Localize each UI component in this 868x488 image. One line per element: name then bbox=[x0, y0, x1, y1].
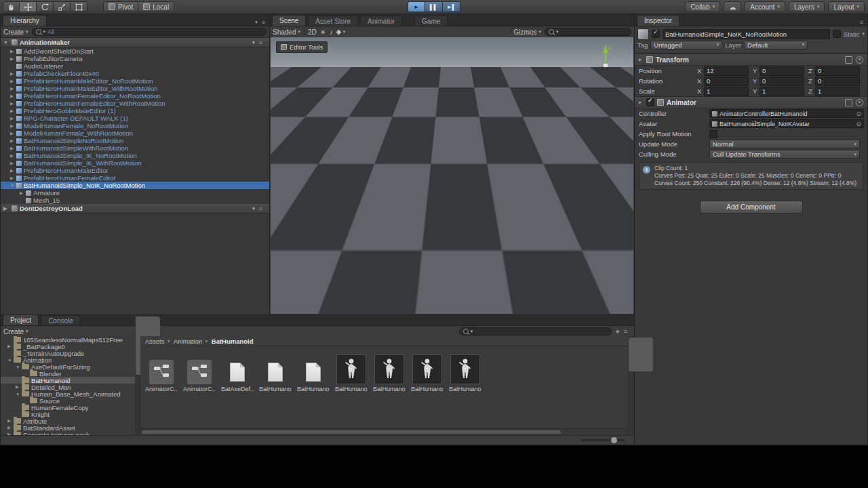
breadcrumb-assets[interactable]: Assets bbox=[145, 338, 165, 345]
asset-item[interactable]: BatHumano... bbox=[298, 360, 329, 392]
active-checkbox[interactable]: ✓ bbox=[652, 30, 660, 38]
breadcrumb-current[interactable]: BatHumanoid bbox=[212, 338, 254, 345]
folder-item[interactable]: ▶ BatStandardAsset bbox=[1, 424, 140, 431]
search-favorites-icon[interactable]: ★ bbox=[615, 328, 620, 335]
neg-axis-cap[interactable] bbox=[615, 58, 619, 62]
neg-axis-cap[interactable] bbox=[594, 57, 598, 61]
gizmo-center[interactable] bbox=[424, 279, 428, 283]
tab-inspector[interactable]: Inspector bbox=[637, 15, 679, 26]
menu-icon[interactable]: ≡ bbox=[624, 328, 631, 335]
expander-icon[interactable]: ▶ bbox=[10, 116, 16, 121]
pivot-toggle-button[interactable]: Pivot bbox=[103, 1, 138, 12]
folder-item[interactable]: ▼ Human_Base_Mesh_Animated bbox=[1, 390, 140, 397]
scene-header-row[interactable]: ▼ AnimationMaker ▾ ≡ bbox=[1, 38, 269, 47]
view-tab[interactable]: Scene bbox=[272, 15, 306, 26]
component-enabled-checkbox[interactable]: ✓ bbox=[646, 98, 654, 106]
2d-toggle-button[interactable]: 2D bbox=[308, 28, 317, 36]
hierarchy-create-button[interactable]: Create ▾ bbox=[3, 28, 28, 36]
y-axis-cone[interactable] bbox=[603, 45, 608, 53]
assets-scrollbar[interactable] bbox=[628, 336, 633, 436]
foldout-open-icon[interactable]: ▼ bbox=[3, 40, 9, 45]
tab-hierarchy[interactable]: Hierarchy bbox=[3, 15, 47, 26]
account-button[interactable]: Account ▾ bbox=[745, 1, 785, 12]
folder-item[interactable]: ▶ _BatPackage0 bbox=[1, 343, 140, 350]
scene-viewport[interactable]: Editor Tools y x z ◄ Persp bbox=[271, 37, 633, 314]
perspective-toggle[interactable]: ◄ Persp bbox=[601, 86, 624, 93]
menu-icon[interactable]: ≡ bbox=[262, 19, 265, 26]
view-tab[interactable]: Animator bbox=[360, 16, 402, 26]
controller-object-field[interactable]: AnimatorControllerBatHumanoid ⊙ bbox=[709, 109, 864, 118]
hierarchy-item[interactable]: ▶ PrefabHeroHumanMaleEditor_NoRootMotion bbox=[1, 77, 269, 85]
expander-icon[interactable]: ▶ bbox=[10, 49, 16, 54]
hierarchy-item[interactable]: ▶ PrefabHeroHumanFemaleEditor bbox=[1, 174, 269, 182]
z-axis-cone[interactable] bbox=[612, 72, 618, 78]
y-value-field[interactable]: 0 bbox=[760, 77, 804, 86]
expander-icon[interactable]: ▼ bbox=[7, 358, 14, 363]
layout-button[interactable]: Layout ▾ bbox=[828, 1, 865, 12]
tag-dropdown[interactable]: Untagged ▾ bbox=[650, 41, 722, 49]
foldout-closed-icon[interactable]: ▶ bbox=[3, 206, 9, 211]
expander-icon[interactable]: ▶ bbox=[10, 123, 16, 129]
project-search-input[interactable]: ▾ bbox=[459, 327, 612, 336]
rect-tool-button[interactable] bbox=[71, 1, 87, 12]
expander-icon[interactable]: ▶ bbox=[10, 108, 16, 114]
expander-icon[interactable]: ▶ bbox=[7, 418, 14, 424]
layers-button[interactable]: Layers ▾ bbox=[789, 1, 825, 12]
hierarchy-item[interactable]: ▶ PrefabHeroHumanMaleEditor bbox=[1, 167, 269, 174]
expander-icon[interactable]: ▼ bbox=[16, 365, 22, 369]
expander-icon[interactable]: ▶ bbox=[10, 56, 16, 62]
scene-effects-dropdown[interactable]: ▾ bbox=[336, 29, 346, 35]
reference-icon[interactable] bbox=[845, 56, 852, 64]
asset-item[interactable]: AnimatorC... bbox=[184, 360, 215, 392]
thumbnail-size-slider[interactable] bbox=[581, 439, 625, 441]
rotate-tool-button[interactable] bbox=[37, 1, 54, 12]
expander-icon[interactable]: ▶ bbox=[10, 101, 16, 106]
reference-icon[interactable] bbox=[845, 99, 852, 106]
folder-item[interactable]: ▶ Attribute bbox=[1, 418, 140, 424]
gizmo-z-arrowhead[interactable] bbox=[439, 291, 446, 302]
scene-search-input[interactable]: ▾ bbox=[545, 28, 631, 36]
asset-item[interactable]: BatAxeDef... bbox=[222, 360, 253, 392]
apply-root-motion-checkbox[interactable]: ✓ bbox=[709, 130, 717, 138]
hierarchy-item[interactable]: ▶ PrefabHeroGoblinMaleEditor (1) bbox=[1, 107, 269, 115]
asset-item[interactable]: BatHumano... bbox=[260, 360, 291, 392]
hierarchy-item[interactable]: ▶ AddSwordShieldOnStart bbox=[1, 47, 269, 55]
gear-icon[interactable] bbox=[856, 99, 863, 106]
object-name-field[interactable]: BatHumanoidSimple_NoIK_NoRootMotion bbox=[663, 29, 830, 39]
gizmo-cube[interactable] bbox=[604, 64, 608, 68]
asset-item[interactable]: BatHumano... bbox=[450, 354, 481, 392]
static-dropdown-icon[interactable]: ▾ bbox=[862, 31, 865, 37]
transform-header[interactable]: ▼ Transform bbox=[635, 54, 867, 66]
scrollbar-thumb[interactable] bbox=[142, 430, 561, 434]
static-checkbox[interactable]: ✓ bbox=[833, 30, 841, 38]
hierarchy-item[interactable]: ▶ PrefabHeroHumanFemaleEditor_WithRootMo… bbox=[1, 100, 269, 107]
y-value-field[interactable]: 1 bbox=[760, 87, 804, 96]
hierarchy-item[interactable]: ▶ BatHumanoidSimple_IK_WithRootMotion bbox=[1, 159, 269, 167]
play-button[interactable]: ► bbox=[408, 1, 425, 12]
slider-knob[interactable] bbox=[611, 437, 617, 443]
expander-icon[interactable]: ▶ bbox=[10, 94, 16, 99]
z-value-field[interactable]: 0 bbox=[815, 77, 860, 86]
hierarchy-item[interactable]: ▶ ModelHumanFemale_NoRootMotion bbox=[1, 122, 269, 129]
shading-mode-dropdown[interactable]: Shaded ▾ bbox=[273, 28, 300, 36]
hierarchy-item[interactable]: ▶ PrefabHeroHumanMaleEditor_WithRootMoti… bbox=[1, 85, 269, 92]
hierarchy-item[interactable]: ▶ BatHumanoidSimpleNoRootMotion bbox=[1, 137, 269, 144]
hierarchy-search-input[interactable]: ▾ All bbox=[32, 28, 267, 36]
hierarchy-item[interactable]: ▶ Armature bbox=[1, 189, 269, 197]
step-button[interactable]: ►▌ bbox=[443, 1, 460, 12]
scale-tool-button[interactable] bbox=[54, 1, 71, 12]
editor-tools-overlay[interactable]: Editor Tools bbox=[276, 41, 328, 53]
object-picker-icon[interactable]: ⊙ bbox=[856, 110, 861, 117]
culling-mode-dropdown[interactable]: Cull Update Transforms ▾ bbox=[709, 150, 860, 159]
panel-tab[interactable]: Console bbox=[41, 315, 81, 325]
expander-icon[interactable]: ▶ bbox=[10, 146, 16, 151]
gizmo-x-arrowhead[interactable] bbox=[396, 286, 406, 293]
expander-icon[interactable]: ▶ bbox=[10, 161, 16, 166]
foldout-open-icon[interactable]: ▼ bbox=[637, 100, 644, 105]
gear-icon[interactable] bbox=[856, 56, 863, 64]
expander-icon[interactable]: ▶ bbox=[10, 138, 16, 144]
expander-icon[interactable]: ▶ bbox=[10, 79, 16, 84]
view-tab[interactable]: Game bbox=[414, 16, 448, 26]
expander-icon[interactable]: ▶ bbox=[7, 344, 14, 349]
expander-icon[interactable]: ▶ bbox=[16, 384, 22, 390]
